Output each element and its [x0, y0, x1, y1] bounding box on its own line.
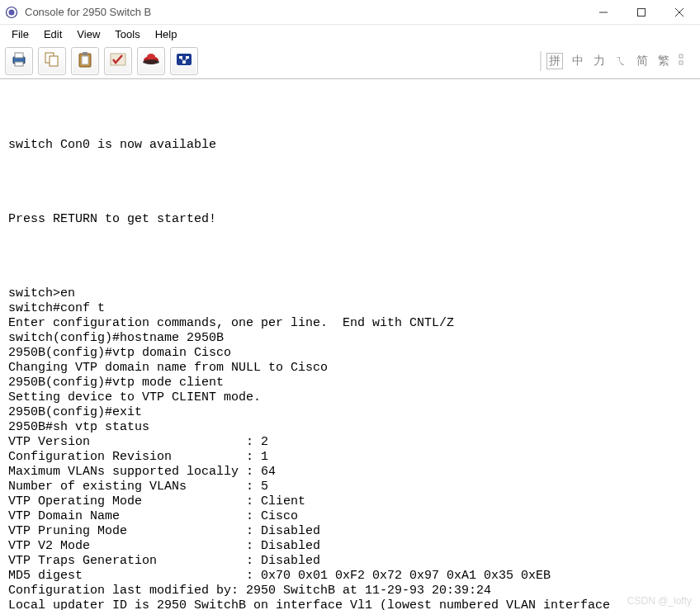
svg-rect-24 [679, 54, 683, 58]
ime-options-icon[interactable] [679, 54, 690, 68]
ime-pinyin-icon[interactable]: 拼 [546, 53, 563, 69]
menu-tools[interactable]: Tools [108, 27, 146, 41]
paste-button[interactable] [71, 47, 99, 75]
svg-rect-12 [82, 56, 88, 64]
redhat-icon [141, 50, 161, 72]
grade-button[interactable] [104, 47, 132, 75]
copy-icon [42, 50, 62, 72]
ime-traditional-icon[interactable]: 繁 [657, 54, 670, 69]
print-icon [9, 50, 29, 72]
ime-power-icon[interactable]: 力 [593, 54, 606, 69]
ime-toolbar[interactable]: 拼 中 力 ㄟ 简 繁 [540, 51, 695, 71]
svg-rect-19 [179, 56, 182, 59]
redhat-button[interactable] [137, 47, 165, 75]
close-button[interactable] [660, 0, 698, 25]
print-button[interactable] [5, 47, 33, 75]
app-icon [5, 6, 18, 19]
titlebar: Console for 2950 Switch B [0, 0, 700, 25]
svg-rect-13 [83, 52, 88, 55]
svg-rect-8 [15, 62, 23, 66]
svg-point-16 [147, 54, 155, 60]
svg-rect-10 [50, 56, 58, 66]
menu-file[interactable]: File [5, 27, 35, 41]
menu-help[interactable]: Help [149, 27, 184, 41]
menu-view[interactable]: View [70, 27, 106, 41]
toolbar: 拼 中 力 ㄟ 简 繁 [0, 43, 700, 79]
network-icon [174, 50, 194, 72]
console-output[interactable]: switch Con0 is now available Press RETUR… [0, 92, 700, 610]
svg-rect-25 [679, 61, 683, 64]
toolbar-left [5, 47, 198, 75]
copy-button[interactable] [38, 47, 66, 75]
ime-symbol-icon[interactable]: ㄟ [614, 54, 627, 69]
grade-icon [108, 50, 128, 72]
minimize-button[interactable] [584, 0, 622, 25]
svg-rect-20 [186, 56, 189, 59]
ime-lang-icon[interactable]: 中 [571, 54, 584, 69]
menu-edit[interactable]: Edit [37, 27, 69, 41]
paste-icon [75, 50, 95, 72]
menubar: File Edit View Tools Help [0, 25, 700, 43]
maximize-button[interactable] [622, 0, 660, 25]
svg-rect-21 [182, 61, 186, 64]
window-title: Console for 2950 Switch B [25, 6, 584, 18]
ime-simplified-icon[interactable]: 简 [636, 54, 649, 69]
svg-point-1 [9, 9, 15, 15]
svg-point-17 [143, 59, 159, 64]
network-button[interactable] [170, 47, 198, 75]
watermark: CSDN @_lofty [627, 595, 692, 607]
svg-rect-7 [15, 53, 23, 58]
svg-rect-3 [638, 8, 646, 16]
